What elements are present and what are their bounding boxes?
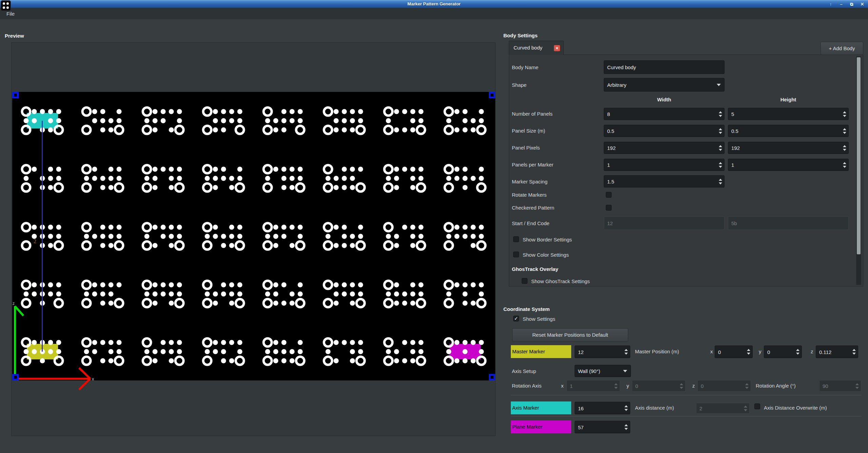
panels-per-marker-height-spinbox[interactable]: 1	[728, 159, 849, 171]
spin-up-icon[interactable]	[744, 406, 747, 408]
spin-up-icon[interactable]	[747, 349, 750, 351]
spin-down-icon[interactable]	[719, 166, 722, 168]
canvas-handle-bottom-right[interactable]	[489, 374, 495, 380]
spin-up-icon[interactable]	[614, 383, 618, 385]
spin-up-icon[interactable]	[680, 383, 683, 385]
show-settings-checkbox[interactable]: ✓	[513, 316, 519, 321]
spin-down-icon[interactable]	[843, 132, 846, 134]
shade-window-button[interactable]: ↑	[828, 2, 834, 7]
spin-up-icon[interactable]	[719, 111, 722, 113]
marker-dot	[471, 127, 476, 133]
spin-up-icon[interactable]	[624, 424, 628, 426]
spin-up-icon[interactable]	[843, 162, 846, 164]
canvas-handle-top-left[interactable]	[12, 92, 19, 98]
checkered-pattern-checkbox[interactable]	[606, 205, 612, 211]
show-color-settings-checkbox[interactable]	[513, 252, 519, 257]
spin-up-icon[interactable]	[852, 349, 856, 351]
spin-up-icon[interactable]	[745, 383, 749, 385]
spin-down-icon[interactable]	[624, 428, 628, 430]
spin-up-icon[interactable]	[855, 383, 859, 385]
scrollbar-thumb[interactable]	[857, 57, 861, 254]
spin-up-icon[interactable]	[796, 349, 799, 351]
axis-distance-spinbox[interactable]: 2	[696, 403, 750, 414]
spin-up-icon[interactable]	[719, 179, 722, 181]
axis-marker-id-spinbox[interactable]: 16	[575, 402, 630, 414]
spin-down-icon[interactable]	[719, 132, 722, 134]
app-icon[interactable]	[1, 0, 11, 11]
marker-spacing-spinbox[interactable]: 1.5	[604, 175, 725, 188]
spin-down-icon[interactable]	[719, 182, 722, 184]
show-ghostrack-settings-checkbox[interactable]	[522, 278, 527, 284]
marker-dot	[334, 291, 339, 296]
tab-close-icon[interactable]: ✕	[554, 45, 560, 51]
spin-down-icon[interactable]	[680, 387, 683, 389]
body-name-input[interactable]: Curved body	[604, 60, 725, 74]
spin-up-icon[interactable]	[719, 128, 722, 130]
rotation-z-spinbox[interactable]: 0	[697, 380, 751, 392]
rotation-angle-spinbox[interactable]: 90	[819, 380, 861, 392]
master-y-spinbox[interactable]: 0	[764, 346, 802, 358]
axis-setup-select[interactable]: Wall (90°)	[575, 365, 631, 377]
spin-up-icon[interactable]	[624, 405, 628, 407]
panel-size-height-spinbox[interactable]: 0.5	[728, 125, 849, 137]
rotation-y-spinbox[interactable]: 0	[632, 380, 686, 392]
marker-ring	[21, 337, 32, 348]
plane-marker-id-spinbox[interactable]: 57	[575, 421, 630, 433]
end-code-input[interactable]: 5b	[728, 216, 849, 230]
maximize-button[interactable]: ⧉	[849, 2, 855, 7]
spin-down-icon[interactable]	[843, 166, 846, 168]
panels-width-spinbox[interactable]: 8	[604, 108, 725, 120]
canvas-handle-bottom-left[interactable]	[12, 374, 19, 380]
marker-ring	[21, 125, 32, 135]
spin-down-icon[interactable]	[624, 409, 628, 411]
reset-marker-positions-button[interactable]: Reset Marker Positions to Default	[512, 328, 628, 342]
panel-pixels-width-spinbox[interactable]: 192	[604, 142, 725, 154]
spin-up-icon[interactable]	[843, 145, 846, 147]
spin-down-icon[interactable]	[855, 387, 859, 389]
spin-down-icon[interactable]	[624, 353, 628, 355]
spin-down-icon[interactable]	[843, 115, 846, 117]
marker-ring	[142, 164, 152, 175]
spin-up-icon[interactable]	[843, 128, 846, 130]
spin-down-icon[interactable]	[745, 387, 749, 389]
marker-dot	[298, 176, 303, 181]
axis-distance-overwrite-checkbox[interactable]	[754, 403, 760, 409]
add-body-button[interactable]: + Add Body	[821, 42, 863, 55]
rotate-markers-checkbox[interactable]	[606, 192, 612, 198]
close-button[interactable]: ✕	[859, 2, 865, 7]
panel-size-width-spinbox[interactable]: 0.5	[604, 125, 725, 137]
panels-height-spinbox[interactable]: 5	[728, 108, 849, 120]
spin-down-icon[interactable]	[614, 387, 618, 389]
spin-down-icon[interactable]	[747, 353, 750, 355]
shape-select[interactable]: Arbitrary	[604, 78, 725, 92]
spin-down-icon[interactable]	[843, 149, 846, 151]
rotation-x-spinbox[interactable]: 1	[566, 380, 620, 392]
scrollbar-track[interactable]	[856, 56, 861, 285]
tab-curved-body[interactable]: Curved body ✕	[509, 41, 564, 55]
spin-up-icon[interactable]	[719, 162, 722, 164]
panel-pixels-height-spinbox[interactable]: 192	[728, 142, 849, 154]
marker-dot	[471, 224, 476, 230]
spin-down-icon[interactable]	[744, 409, 747, 411]
spin-up-icon[interactable]	[624, 349, 628, 351]
spin-up-icon[interactable]	[719, 145, 722, 147]
marker-dot	[282, 340, 287, 345]
spin-down-icon[interactable]	[852, 353, 856, 355]
master-z-spinbox[interactable]: 0.112	[816, 346, 858, 358]
canvas-handle-top-right[interactable]	[489, 92, 495, 98]
spin-down-icon[interactable]	[719, 115, 722, 117]
start-code-input[interactable]: 12	[604, 216, 725, 230]
marker-dot	[358, 109, 363, 114]
marker-ring	[202, 182, 213, 193]
marker-dot	[221, 243, 226, 248]
pattern-canvas[interactable]	[12, 92, 495, 380]
spin-down-icon[interactable]	[719, 149, 722, 151]
minimize-button[interactable]: –	[838, 2, 844, 7]
panels-per-marker-width-spinbox[interactable]: 1	[604, 159, 725, 171]
master-marker-id-spinbox[interactable]: 12	[575, 346, 630, 358]
show-border-settings-checkbox[interactable]	[513, 236, 519, 242]
menu-file[interactable]: File	[4, 10, 17, 17]
spin-down-icon[interactable]	[796, 353, 799, 355]
master-x-spinbox[interactable]: 0	[715, 346, 753, 358]
spin-up-icon[interactable]	[843, 111, 846, 113]
